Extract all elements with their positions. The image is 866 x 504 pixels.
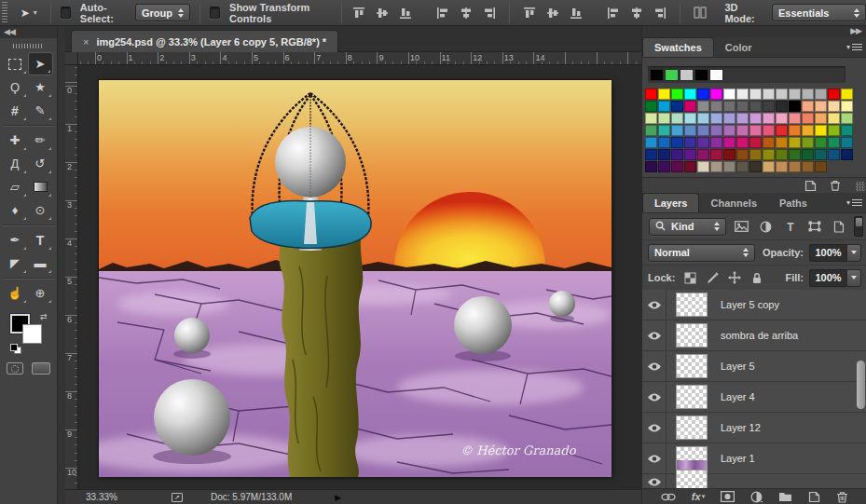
distribute-top-edges-icon[interactable] xyxy=(522,6,537,20)
align-vertical-centers-icon[interactable] xyxy=(375,6,390,20)
color-swatch[interactable] xyxy=(749,149,762,160)
distribute-vertical-centers-icon[interactable] xyxy=(545,6,560,20)
close-icon[interactable]: × xyxy=(83,36,89,48)
layer-row[interactable]: Layer 5 xyxy=(642,351,866,382)
color-swatch[interactable] xyxy=(645,125,657,136)
vertical-ruler[interactable]: 012345678910 xyxy=(65,65,78,489)
spot-healing-brush-tool[interactable]: ✚ xyxy=(3,129,28,152)
color-swatch[interactable] xyxy=(710,137,722,148)
brush-tool[interactable]: ✏ xyxy=(28,129,53,152)
color-swatch[interactable] xyxy=(749,101,762,112)
panel-grip[interactable] xyxy=(13,41,44,50)
opacity-field[interactable]: 100% xyxy=(809,244,861,262)
align-horizontal-centers-icon[interactable] xyxy=(459,6,474,20)
color-swatch[interactable] xyxy=(658,137,670,148)
color-swatch[interactable] xyxy=(828,125,840,136)
color-swatch[interactable] xyxy=(841,149,853,160)
color-swatch[interactable] xyxy=(776,101,788,112)
auto-select-checkbox[interactable] xyxy=(61,7,71,19)
color-swatch[interactable] xyxy=(776,113,788,124)
layer-visibility-toggle[interactable] xyxy=(642,474,667,488)
color-swatch[interactable] xyxy=(736,125,749,136)
color-swatch[interactable] xyxy=(645,137,657,148)
color-swatch[interactable] xyxy=(736,149,749,160)
color-swatch[interactable] xyxy=(697,101,709,112)
align-left-edges-icon[interactable] xyxy=(435,6,450,20)
gradient-tool[interactable] xyxy=(28,175,53,198)
color-swatch[interactable] xyxy=(776,137,788,148)
crop-tool[interactable]: # xyxy=(3,99,28,122)
color-swatch[interactable] xyxy=(841,137,853,148)
lock-all-icon[interactable] xyxy=(749,270,764,285)
color-swatch[interactable] xyxy=(658,89,670,100)
layer-name[interactable]: Layer 12 xyxy=(721,422,761,433)
layer-row[interactable]: Layer 12 xyxy=(642,413,866,443)
distribute-left-edges-icon[interactable] xyxy=(606,6,621,20)
color-swatch[interactable] xyxy=(684,101,696,112)
link-layers-icon[interactable] xyxy=(661,493,676,501)
new-group-icon[interactable] xyxy=(778,491,792,502)
distribute-bottom-edges-icon[interactable] xyxy=(569,6,584,20)
color-swatch[interactable] xyxy=(802,101,814,112)
path-selection-tool[interactable]: ◤ xyxy=(3,252,28,275)
distribute-right-edges-icon[interactable] xyxy=(653,6,667,20)
color-swatch[interactable] xyxy=(802,137,814,148)
recent-swatch[interactable] xyxy=(709,69,723,81)
layers-tab-layers[interactable]: Layers xyxy=(642,193,699,212)
color-swatch[interactable] xyxy=(749,125,762,136)
rectangular-marquee-tool[interactable] xyxy=(3,52,28,75)
rectangle-tool[interactable]: ▬ xyxy=(28,252,53,275)
color-swatch[interactable] xyxy=(671,161,683,172)
color-swatch[interactable] xyxy=(697,161,709,172)
color-swatch[interactable] xyxy=(736,161,749,172)
layer-visibility-toggle[interactable] xyxy=(642,290,667,320)
filter-toggle-switch[interactable] xyxy=(854,216,863,237)
clone-stamp-tool[interactable]: Д xyxy=(3,152,28,175)
color-swatch[interactable] xyxy=(684,149,696,160)
color-swatch[interactable] xyxy=(645,161,657,172)
color-swatch[interactable] xyxy=(841,113,853,124)
color-swatch[interactable] xyxy=(841,125,853,136)
adjustment-layer-icon[interactable] xyxy=(750,491,763,503)
layer-name[interactable]: Layer 5 copy xyxy=(721,299,779,310)
layer-thumbnail[interactable] xyxy=(676,354,708,378)
lasso-tool[interactable]: Ϙ xyxy=(3,75,28,99)
color-swatch[interactable] xyxy=(723,161,735,172)
color-swatch[interactable] xyxy=(671,125,683,136)
layer-name[interactable]: Layer 4 xyxy=(721,391,755,402)
magic-wand-tool[interactable]: ★ xyxy=(28,75,53,99)
resize-grip[interactable] xyxy=(856,182,865,191)
layer-row[interactable] xyxy=(642,474,866,488)
color-swatch[interactable] xyxy=(815,125,827,136)
collapse-dock-icon[interactable]: ▶▶ xyxy=(642,26,866,37)
color-swatch[interactable] xyxy=(789,161,801,172)
color-swatch[interactable] xyxy=(658,125,670,136)
new-layer-icon[interactable] xyxy=(808,491,820,503)
lock-transparency-icon[interactable] xyxy=(682,270,697,285)
blur-tool[interactable]: ♦ xyxy=(3,198,28,222)
current-tool-button[interactable]: ➤ ▾ xyxy=(17,7,41,20)
color-swatch[interactable] xyxy=(828,113,840,124)
color-swatch[interactable] xyxy=(802,89,814,100)
collapse-panel-icon[interactable]: ◀◀ xyxy=(0,26,57,38)
color-swatch[interactable] xyxy=(736,137,749,148)
color-swatch[interactable] xyxy=(710,125,722,136)
options-bar-grip[interactable] xyxy=(2,2,7,24)
publish-icon[interactable]: ↗ xyxy=(172,493,183,502)
color-swatch[interactable] xyxy=(697,149,709,160)
layer-visibility-toggle[interactable] xyxy=(642,320,667,350)
color-swatch[interactable] xyxy=(802,161,814,172)
layer-mask-icon[interactable] xyxy=(721,491,735,502)
layer-thumbnail[interactable] xyxy=(676,470,708,488)
color-swatch[interactable] xyxy=(723,101,735,112)
color-swatch[interactable] xyxy=(684,137,696,148)
panel-menu-icon[interactable] xyxy=(846,42,862,52)
blend-mode-dropdown[interactable]: Normal xyxy=(648,244,755,262)
smart-object-filter-icon[interactable] xyxy=(830,218,847,235)
hand-tool[interactable]: ☝ xyxy=(3,281,28,305)
color-swatch[interactable] xyxy=(697,89,709,100)
recent-swatch[interactable] xyxy=(650,69,664,81)
zoom-tool[interactable]: ⊕ xyxy=(28,281,53,305)
panel-menu-icon[interactable] xyxy=(846,198,862,208)
horizontal-ruler[interactable]: 01234567891011121314 xyxy=(78,52,641,65)
